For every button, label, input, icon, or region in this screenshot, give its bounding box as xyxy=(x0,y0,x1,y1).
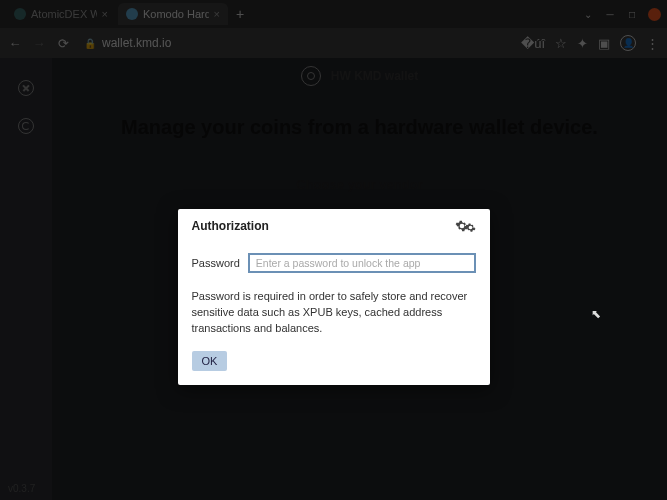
modal-title: Authorization xyxy=(192,219,269,233)
authorization-modal: Authorization Password Password is requi… xyxy=(178,209,490,385)
ok-button[interactable]: OK xyxy=(192,351,228,371)
password-input[interactable] xyxy=(248,253,476,273)
password-label: Password xyxy=(192,257,240,269)
password-help-text: Password is required in order to safely … xyxy=(192,289,476,337)
settings-icon[interactable] xyxy=(455,219,476,233)
